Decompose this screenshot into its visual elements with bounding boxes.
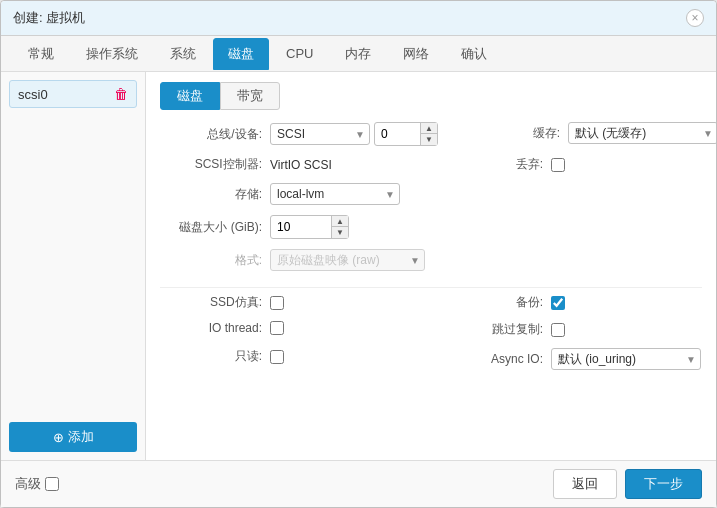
advanced-checkbox[interactable]	[45, 477, 59, 491]
async-io-row: Async IO: 默认 (io_uring) ▼	[441, 348, 702, 370]
list-item[interactable]: scsi0 🗑	[9, 80, 137, 108]
window-title: 创建: 虚拟机	[13, 9, 85, 27]
storage-label: 存储:	[160, 186, 270, 203]
disk-form: 总线/设备: SCSI ▼	[160, 122, 702, 380]
footer-left: 高级	[15, 475, 59, 493]
sub-tabs: 磁盘 带宽	[160, 82, 702, 110]
next-button[interactable]: 下一步	[625, 469, 702, 499]
bus-device-control: SCSI ▼ ▲ ▼	[270, 122, 438, 146]
tab-system[interactable]: 系统	[155, 38, 211, 70]
storage-row: 存储: local-lvm ▼	[160, 183, 421, 205]
readonly-control	[270, 350, 421, 364]
title-bar: 创建: 虚拟机 ×	[1, 1, 716, 36]
footer: 高级 返回 下一步	[1, 460, 716, 507]
format-select: 原始磁盘映像 (raw)	[270, 249, 425, 271]
nav-bar: 常规 操作系统 系统 磁盘 CPU 内存 网络 确认	[1, 36, 716, 72]
backup-row: 备份:	[441, 294, 702, 311]
window: 创建: 虚拟机 × 常规 操作系统 系统 磁盘 CPU 内存 网络 确认 scs…	[0, 0, 717, 508]
disk-size-spinner: ▲ ▼	[270, 215, 349, 239]
async-io-label: Async IO:	[441, 352, 551, 366]
tab-network[interactable]: 网络	[388, 38, 444, 70]
tab-memory[interactable]: 内存	[330, 38, 386, 70]
sub-tab-disk[interactable]: 磁盘	[160, 82, 220, 110]
device-spinner: ▲ ▼	[374, 122, 438, 146]
storage-select[interactable]: local-lvm	[270, 183, 400, 205]
disk-size-spin-buttons: ▲ ▼	[331, 216, 348, 238]
disk-item-label: scsi0	[18, 87, 48, 102]
disk-size-input[interactable]	[271, 217, 331, 237]
format-select-wrap: 原始磁盘映像 (raw) ▼	[270, 249, 425, 271]
advanced-label: 高级	[15, 475, 41, 493]
ssd-label: SSD仿真:	[160, 294, 270, 311]
back-button[interactable]: 返回	[553, 469, 617, 499]
add-icon: ⊕	[53, 430, 64, 445]
cache-label: 缓存:	[458, 125, 568, 142]
tab-general[interactable]: 常规	[13, 38, 69, 70]
readonly-label: 只读:	[160, 348, 270, 365]
main-area: 磁盘 带宽 总线/设备: SCSI	[146, 72, 716, 460]
cache-control: 默认 (无缓存) ▼	[568, 122, 716, 144]
sidebar: scsi0 🗑 ⊕ 添加	[1, 72, 146, 460]
backup-label: 备份:	[441, 294, 551, 311]
sub-tab-bandwidth[interactable]: 带宽	[220, 82, 280, 110]
backup-checkbox[interactable]	[551, 296, 565, 310]
skip-replication-label: 跳过复制:	[441, 321, 551, 338]
discard-label: 丢弃:	[441, 156, 551, 173]
disk-size-spin-up[interactable]: ▲	[332, 216, 348, 227]
content-area: scsi0 🗑 ⊕ 添加 磁盘 带宽 总线/设备:	[1, 72, 716, 460]
ssd-row: SSD仿真:	[160, 294, 421, 311]
skip-replication-row: 跳过复制:	[441, 321, 702, 338]
form-divider	[160, 287, 702, 288]
disk-size-row: 磁盘大小 (GiB): ▲ ▼	[160, 215, 421, 239]
scsi-controller-value: VirtIO SCSI	[270, 157, 421, 172]
discard-checkbox[interactable]	[551, 158, 565, 172]
storage-control: local-lvm ▼	[270, 183, 421, 205]
tab-cpu[interactable]: CPU	[271, 39, 328, 68]
io-thread-row: IO thread:	[160, 321, 421, 335]
io-thread-control	[270, 321, 421, 335]
device-spin-down[interactable]: ▼	[421, 134, 437, 145]
readonly-checkbox[interactable]	[270, 350, 284, 364]
skip-replication-control	[551, 323, 702, 337]
tab-disk[interactable]: 磁盘	[213, 38, 269, 70]
async-io-select-wrap: 默认 (io_uring) ▼	[551, 348, 701, 370]
disk-size-spin-down[interactable]: ▼	[332, 227, 348, 238]
bus-select-wrap: SCSI ▼	[270, 123, 370, 145]
add-disk-button[interactable]: ⊕ 添加	[9, 422, 137, 452]
discard-row: 丢弃:	[441, 156, 702, 173]
disk-size-label: 磁盘大小 (GiB):	[160, 219, 270, 236]
format-label: 格式:	[160, 252, 270, 269]
skip-replication-checkbox[interactable]	[551, 323, 565, 337]
discard-control	[551, 158, 702, 172]
disk-size-control: ▲ ▼	[270, 215, 421, 239]
scsi-controller-text: VirtIO SCSI	[270, 158, 332, 172]
scsi-controller-label: SCSI控制器:	[160, 156, 270, 173]
delete-icon[interactable]: 🗑	[114, 86, 128, 102]
async-io-select[interactable]: 默认 (io_uring)	[551, 348, 701, 370]
device-spin-buttons: ▲ ▼	[420, 123, 437, 145]
io-thread-checkbox[interactable]	[270, 321, 284, 335]
storage-select-wrap: local-lvm ▼	[270, 183, 400, 205]
cache-row: 缓存: 默认 (无缓存) ▼	[458, 122, 716, 144]
ssd-checkbox[interactable]	[270, 296, 284, 310]
device-input[interactable]	[375, 124, 420, 144]
async-io-control: 默认 (io_uring) ▼	[551, 348, 702, 370]
tab-confirm[interactable]: 确认	[446, 38, 502, 70]
add-label: 添加	[68, 428, 94, 446]
cache-select-wrap: 默认 (无缓存) ▼	[568, 122, 716, 144]
format-control: 原始磁盘映像 (raw) ▼	[270, 249, 425, 271]
device-spin-up[interactable]: ▲	[421, 123, 437, 134]
readonly-row: 只读:	[160, 348, 421, 365]
bus-device-row: 总线/设备: SCSI ▼	[160, 122, 438, 146]
bus-select[interactable]: SCSI	[270, 123, 370, 145]
close-button[interactable]: ×	[686, 9, 704, 27]
backup-control	[551, 296, 702, 310]
ssd-control	[270, 296, 421, 310]
tab-os[interactable]: 操作系统	[71, 38, 153, 70]
format-row: 格式: 原始磁盘映像 (raw) ▼	[160, 249, 425, 271]
scsi-controller-row: SCSI控制器: VirtIO SCSI	[160, 156, 421, 173]
cache-select[interactable]: 默认 (无缓存)	[568, 122, 716, 144]
bus-device-label: 总线/设备:	[160, 126, 270, 143]
io-thread-label: IO thread:	[160, 321, 270, 335]
